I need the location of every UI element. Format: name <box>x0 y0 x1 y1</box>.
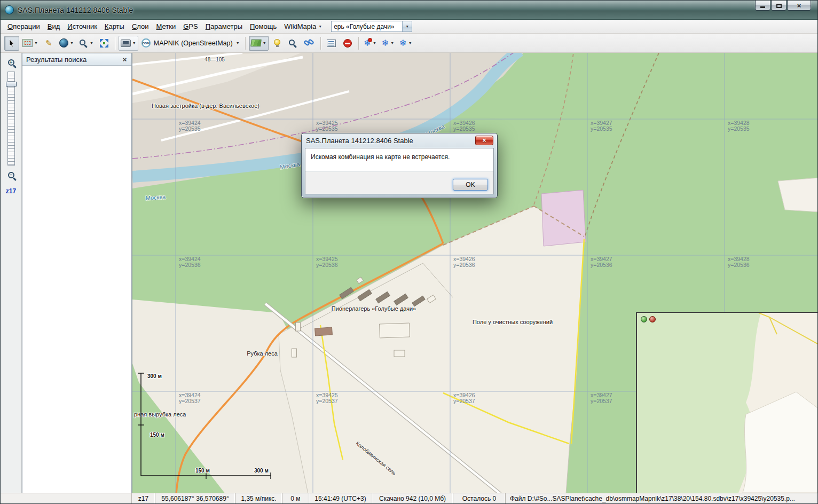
grid-label-y: y=20537 <box>453 398 475 404</box>
minimap[interactable] <box>636 312 818 494</box>
minimap-forest <box>637 313 761 493</box>
menu-layers[interactable]: Слои <box>128 20 153 33</box>
toolbar-separator <box>320 37 321 50</box>
grid-label-y: y=20535 <box>591 125 612 132</box>
app-icon <box>5 5 14 14</box>
globe-tool-button[interactable]: ▼ <box>57 36 76 51</box>
menu-wikimapia-label: WikiMapia <box>284 22 316 30</box>
measure-tool-button[interactable]: ✎ <box>41 36 56 51</box>
grid-label-y: y=20536 <box>316 262 338 268</box>
cursor-icon <box>7 39 16 48</box>
combobox-dropdown-button[interactable]: ▼ <box>402 21 412 32</box>
search-map-button[interactable] <box>286 36 301 51</box>
menu-source[interactable]: Источник <box>64 20 101 33</box>
maximize-button[interactable] <box>771 1 786 11</box>
zoom-slider-thumb[interactable] <box>6 82 17 86</box>
menu-wikimapia[interactable]: WikiMapia ▼ <box>280 20 326 33</box>
minimap-canvas[interactable] <box>637 313 817 493</box>
status-remaining: Осталось 0 <box>453 493 506 503</box>
cursor-tool-button[interactable] <box>4 36 19 51</box>
chevron-down-icon: ▼ <box>236 41 240 45</box>
main-toolbar: ▼ ✎ ▼ ▼ ▼ OSM M <box>1 34 817 53</box>
main-window: SAS.Планета 141212.8406 Stable × Операци… <box>0 0 818 504</box>
search-results-header: Результаты поиска × <box>22 53 131 66</box>
message-dialog: SAS.Планета 141212.8406 Stable × Искомая… <box>301 133 498 198</box>
dialog-close-button[interactable]: × <box>475 136 493 145</box>
fullscreen-button[interactable] <box>97 36 112 51</box>
close-icon: × <box>482 137 486 144</box>
selection-tool-button[interactable]: ▼ <box>20 36 40 51</box>
gps-track-button[interactable]: ❄ ▼ <box>397 36 414 51</box>
minimap-zoom-out-button[interactable] <box>649 316 656 322</box>
hints-button[interactable] <box>270 36 285 51</box>
gps-follow-button[interactable]: ❄ ▼ <box>380 36 396 51</box>
grid-label-y: y=20536 <box>179 262 201 268</box>
chevron-down-icon: ▼ <box>132 41 136 45</box>
menu-help[interactable]: Помощь <box>246 20 280 33</box>
menu-gps[interactable]: GPS <box>179 20 201 33</box>
status-zoom: z17 <box>132 493 155 503</box>
minimize-icon <box>760 6 765 8</box>
gps-follow-icon: ❄ <box>382 39 389 48</box>
search-combobox[interactable]: ерь «Голубые дачи» ▼ <box>331 21 412 32</box>
map-source-selector[interactable]: OSM MAPNIK (OpenStreetMap) ▼ <box>139 36 242 51</box>
layers-button[interactable]: ▼ <box>249 36 269 51</box>
dialog-body: Искомая комбинация на карте не встречает… <box>305 148 494 194</box>
gps-connect-button[interactable]: ❄ ▼ <box>362 36 379 51</box>
scale-label: 300 м <box>254 468 269 474</box>
status-resolution: 1,35 м/пикс. <box>235 493 282 503</box>
maximize-icon <box>776 4 782 8</box>
zoom-slider[interactable] <box>7 72 15 166</box>
selection-icon <box>22 39 33 47</box>
link-button[interactable] <box>302 36 317 51</box>
fullscreen-icon <box>99 38 109 48</box>
zoom-tool-button[interactable]: ▼ <box>77 36 96 51</box>
search-results-panel: Результаты поиска × <box>22 53 132 494</box>
menu-maps[interactable]: Карты <box>101 20 128 33</box>
zoom-out-button[interactable]: − <box>4 168 18 182</box>
minimap-zoom-in-button[interactable] <box>641 316 647 322</box>
menu-operations[interactable]: Операции <box>4 20 44 33</box>
gps-track-icon: ❄ <box>399 39 406 48</box>
dialog-title: SAS.Планета 141212.8406 Stable <box>306 137 413 145</box>
grid-label-y: y=20535 <box>453 125 475 132</box>
green-map-icon <box>250 40 261 46</box>
menu-view[interactable]: Вид <box>44 20 64 33</box>
map-label-pole: Поле у очистных сооружений <box>473 319 553 325</box>
map-label-pionerlager: Пионерлагерь «Голубые дачи» <box>332 305 416 312</box>
chevron-down-icon: ▼ <box>390 41 394 45</box>
grid-label-y: y=20535 <box>728 125 750 132</box>
chevron-down-icon: ▼ <box>90 41 93 45</box>
map-label-novaya-zastroyka: Новая застройка (в дер. Васильевское) <box>152 103 259 109</box>
grid-label-y: y=20537 <box>316 398 338 404</box>
toolbar-separator <box>115 37 115 50</box>
globe-icon <box>59 38 68 48</box>
map-label-rubka: Рубка леса <box>247 350 278 357</box>
search-results-list[interactable] <box>22 66 131 493</box>
status-empty <box>1 493 132 503</box>
dialog-titlebar[interactable]: SAS.Планета 141212.8406 Stable × <box>302 133 497 148</box>
grid-label-y: y=20537 <box>179 398 201 404</box>
download-manager-button[interactable]: ▼ <box>119 36 138 51</box>
search-combobox-value[interactable]: ерь «Голубые дачи» <box>332 21 402 32</box>
status-coordinates: 55,606187° 36,570689° <box>155 493 235 503</box>
menu-marks[interactable]: Метки <box>153 20 180 33</box>
search-results-close-button[interactable]: × <box>120 55 129 64</box>
pencil-icon: ✎ <box>45 39 52 47</box>
disable-downloading-button[interactable] <box>340 36 355 51</box>
magnifier-icon <box>80 40 85 45</box>
no-entry-icon <box>343 39 352 48</box>
magnifier-icon <box>289 40 295 45</box>
zoom-in-button[interactable]: + <box>4 56 18 69</box>
grid-label-y: y=20536 <box>591 262 612 268</box>
menu-parameters[interactable]: Параметры <box>202 20 246 33</box>
status-file-path: Файл D:\#So...SASPlanet\cache_db\osmmapM… <box>506 493 817 503</box>
title-bar[interactable]: SAS.Планета 141212.8406 Stable × <box>1 1 817 20</box>
info-panel-icon <box>327 40 336 47</box>
chevron-down-icon: ▼ <box>318 25 322 28</box>
dialog-ok-button[interactable]: OK <box>453 179 488 191</box>
close-button[interactable]: × <box>787 1 811 11</box>
status-downloaded: Скачано 942 (10,0 Мб) <box>372 493 453 503</box>
info-panel-button[interactable] <box>324 36 339 51</box>
minimize-button[interactable] <box>755 1 770 11</box>
